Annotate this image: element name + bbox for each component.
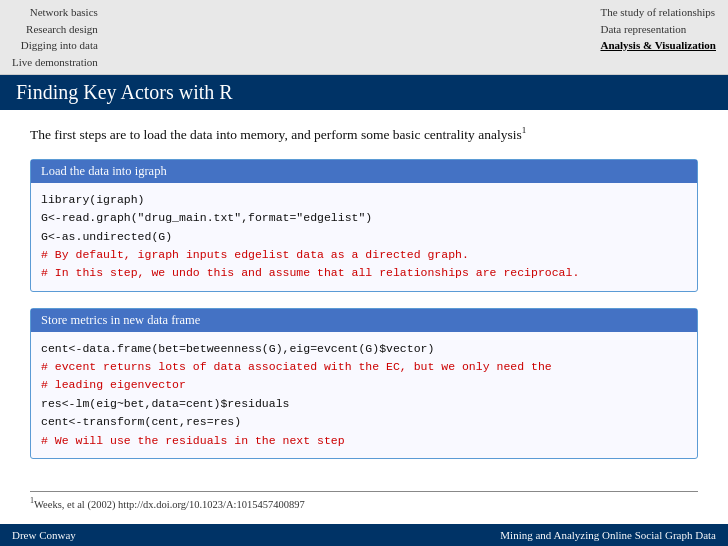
footnote-ref-1: 1	[522, 125, 527, 135]
code-box-igraph-header: Load the data into igraph	[31, 160, 697, 183]
nav-item-analysis[interactable]: Analysis & Visualization	[600, 37, 716, 54]
footer-author: Drew Conway	[12, 529, 76, 541]
nav-item-network[interactable]: Network basics	[12, 4, 98, 21]
intro-text-content: The first steps are to load the data int…	[30, 127, 522, 142]
footnote-text: Weeks, et al (2002) http://dx.doi.org/10…	[34, 499, 305, 510]
page-title-bar: Finding Key Actors with R	[0, 75, 728, 110]
slide-area: Finding Key Actors with R The first step…	[0, 75, 728, 546]
code-line-1: library(igraph)	[41, 191, 687, 209]
nav-right: The study of relationships Data represen…	[600, 4, 716, 70]
top-navigation: Network basics Research design Digging i…	[0, 0, 728, 75]
code-box-metrics-body: cent<-data.frame(bet=betweenness(G),eig=…	[31, 332, 697, 458]
nav-item-live[interactable]: Live demonstration	[12, 54, 98, 71]
nav-item-data-rep[interactable]: Data representation	[600, 21, 716, 38]
code-m-line-4: res<-lm(eig~bet,data=cent)$residuals	[41, 395, 687, 413]
code-m-line-6: # We will use the residuals in the next …	[41, 432, 687, 450]
code-line-4: # By default, igraph inputs edgelist dat…	[41, 246, 687, 264]
nav-item-digging[interactable]: Digging into data	[12, 37, 98, 54]
main-content: The first steps are to load the data int…	[0, 110, 728, 483]
code-box-igraph: Load the data into igraph library(igraph…	[30, 159, 698, 292]
code-line-2: G<-read.graph("drug_main.txt",format="ed…	[41, 209, 687, 227]
footer-title: Mining and Analyzing Online Social Graph…	[500, 529, 716, 541]
code-box-igraph-body: library(igraph) G<-read.graph("drug_main…	[31, 183, 697, 291]
code-line-3: G<-as.undirected(G)	[41, 228, 687, 246]
nav-item-research[interactable]: Research design	[12, 21, 98, 38]
code-box-metrics-header: Store metrics in new data frame	[31, 309, 697, 332]
code-m-line-5: cent<-transform(cent,res=res)	[41, 413, 687, 431]
footer-bar: Drew Conway Mining and Analyzing Online …	[0, 524, 728, 546]
code-m-line-3: # leading eigenvector	[41, 376, 687, 394]
nav-left: Network basics Research design Digging i…	[12, 4, 98, 70]
footnote-area: 1Weeks, et al (2002) http://dx.doi.org/1…	[30, 491, 698, 510]
page-title: Finding Key Actors with R	[16, 81, 233, 103]
code-box-metrics: Store metrics in new data frame cent<-da…	[30, 308, 698, 459]
code-m-line-2: # evcent returns lots of data associated…	[41, 358, 687, 376]
nav-item-study[interactable]: The study of relationships	[600, 4, 716, 21]
intro-text: The first steps are to load the data int…	[30, 124, 698, 145]
code-line-5: # In this step, we undo this and assume …	[41, 264, 687, 282]
code-m-line-1: cent<-data.frame(bet=betweenness(G),eig=…	[41, 340, 687, 358]
